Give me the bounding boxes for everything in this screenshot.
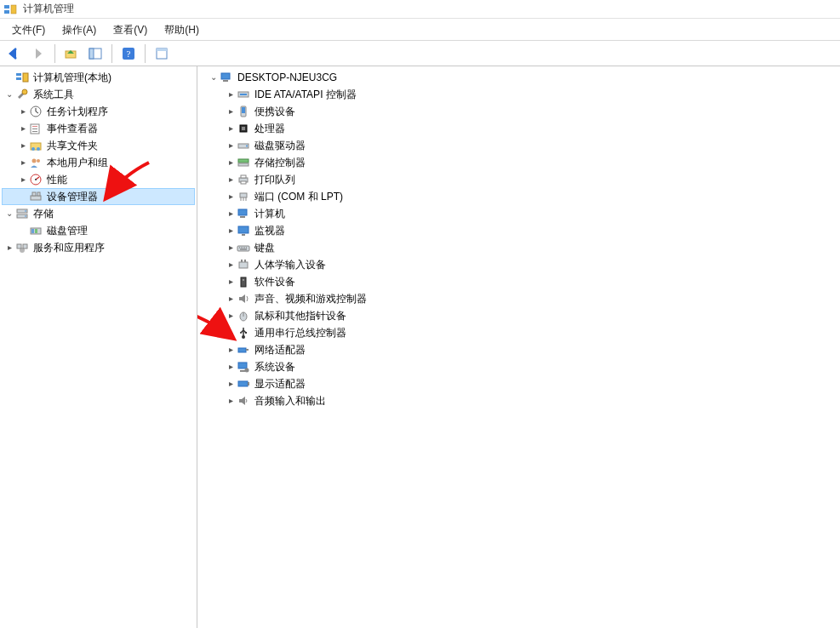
users-icon bbox=[29, 156, 43, 169]
chevron-right-icon[interactable]: ▸ bbox=[225, 242, 237, 254]
device-tree[interactable]: ⌄ DESKTOP-NJEU3CG ▸ IDE ATA/ATAPI 控制器 ▸ … bbox=[197, 66, 840, 412]
chevron-right-icon[interactable]: ▸ bbox=[3, 242, 15, 254]
menu-file[interactable]: 文件(F) bbox=[3, 19, 54, 41]
tree-task-scheduler[interactable]: ▸ 任务计划程序 bbox=[2, 103, 195, 120]
device-display-adapters[interactable]: ▸ 显示适配器 bbox=[206, 375, 838, 392]
chevron-down-icon[interactable]: ⌄ bbox=[3, 208, 15, 220]
chevron-right-icon[interactable]: ▸ bbox=[17, 140, 29, 151]
toolbar-separator bbox=[111, 44, 112, 63]
chevron-down-icon[interactable]: ⌄ bbox=[208, 71, 220, 83]
device-portable-devices[interactable]: ▸ 便携设备 bbox=[206, 103, 838, 120]
svg-rect-56 bbox=[240, 216, 245, 218]
chevron-right-icon[interactable]: ▸ bbox=[17, 157, 29, 168]
device-software-devices[interactable]: ▸ 软件设备 bbox=[206, 273, 838, 290]
chevron-right-icon[interactable]: ▸ bbox=[225, 344, 237, 356]
chevron-right-icon[interactable]: ▸ bbox=[225, 106, 237, 117]
console-tree[interactable]: ▸ 计算机管理(本地) ⌄ 系统工具 ▸ 任务计划程序 ▸ 事件查看器 ▸ bbox=[0, 66, 197, 259]
chevron-right-icon[interactable]: ▸ bbox=[225, 361, 237, 373]
device-hid[interactable]: ▸ 人体学输入设备 bbox=[206, 256, 838, 273]
menu-action[interactable]: 操作(A) bbox=[54, 19, 105, 41]
chevron-right-icon[interactable]: ▸ bbox=[225, 276, 237, 288]
keyboard-icon bbox=[237, 241, 250, 254]
help-icon: ? bbox=[121, 46, 136, 61]
chevron-right-icon[interactable]: ▸ bbox=[225, 157, 237, 168]
chevron-right-icon[interactable]: ▸ bbox=[225, 378, 237, 390]
chevron-right-icon[interactable]: ▸ bbox=[225, 88, 237, 100]
toolbar-back-button[interactable] bbox=[3, 43, 26, 65]
tree-event-viewer[interactable]: ▸ 事件查看器 bbox=[2, 120, 195, 137]
device-disk-drives[interactable]: ▸ 磁盘驱动器 bbox=[206, 137, 838, 154]
tree-system-tools[interactable]: ⌄ 系统工具 bbox=[2, 86, 195, 103]
device-sound-video-game[interactable]: ▸ 声音、视频和游戏控制器 bbox=[206, 290, 838, 307]
svg-rect-5 bbox=[89, 49, 94, 59]
chevron-right-icon[interactable]: ▸ bbox=[225, 395, 237, 407]
device-system-devices[interactable]: ▸ 系统设备 bbox=[206, 358, 838, 375]
svg-point-25 bbox=[35, 179, 37, 180]
monitor-icon bbox=[237, 224, 250, 237]
svg-rect-55 bbox=[238, 209, 247, 215]
tree-storage[interactable]: ⌄ 存储 bbox=[2, 205, 195, 222]
chevron-right-icon[interactable]: ▸ bbox=[17, 174, 29, 186]
svg-point-64 bbox=[243, 279, 244, 281]
svg-point-32 bbox=[25, 215, 26, 217]
chevron-right-icon[interactable]: ▸ bbox=[225, 310, 237, 322]
device-usb-controllers[interactable]: ▸ 通用串行总线控制器 bbox=[206, 324, 838, 341]
chevron-right-icon[interactable]: ▸ bbox=[17, 106, 29, 117]
chevron-right-icon[interactable]: ▸ bbox=[17, 123, 29, 134]
network-adapter-icon bbox=[237, 343, 250, 357]
tree-performance[interactable]: ▸ 性能 bbox=[2, 171, 195, 188]
toolbar-showtree-button[interactable] bbox=[84, 43, 106, 65]
chevron-right-icon[interactable]: ▸ bbox=[225, 174, 237, 186]
device-storage-controllers[interactable]: ▸ 存储控制器 bbox=[206, 154, 838, 171]
device-ports[interactable]: ▸ 端口 (COM 和 LPT) bbox=[206, 188, 838, 205]
svg-rect-59 bbox=[237, 246, 249, 251]
tree-root-computer-management[interactable]: ▸ 计算机管理(本地) bbox=[2, 69, 195, 86]
device-audio-io[interactable]: ▸ 音频输入和输出 bbox=[206, 392, 838, 409]
tree-disk-management[interactable]: ▸ 磁盘管理 bbox=[2, 222, 195, 239]
chevron-right-icon[interactable]: ▸ bbox=[225, 225, 237, 237]
device-processors[interactable]: ▸ 处理器 bbox=[206, 120, 838, 137]
device-root[interactable]: ⌄ DESKTOP-NJEU3CG bbox=[206, 69, 838, 86]
device-keyboards[interactable]: ▸ 键盘 bbox=[206, 239, 838, 256]
device-ide-controllers[interactable]: ▸ IDE ATA/ATAPI 控制器 bbox=[206, 86, 838, 103]
chevron-right-icon[interactable]: ▸ bbox=[225, 293, 237, 305]
device-print-queues[interactable]: ▸ 打印队列 bbox=[206, 171, 838, 188]
svg-point-73 bbox=[245, 368, 249, 373]
svg-rect-69 bbox=[245, 332, 247, 334]
hid-icon bbox=[237, 258, 250, 271]
chevron-right-icon[interactable]: ▸ bbox=[225, 208, 237, 220]
svg-rect-1 bbox=[4, 10, 9, 14]
event-log-icon bbox=[29, 122, 43, 135]
chevron-right-icon[interactable]: ▸ bbox=[225, 123, 237, 134]
svg-rect-37 bbox=[23, 244, 27, 248]
portable-device-icon bbox=[237, 105, 250, 118]
toolbar-separator bbox=[145, 44, 146, 63]
chevron-right-icon[interactable]: ▸ bbox=[225, 140, 237, 151]
wrench-icon bbox=[15, 88, 29, 101]
menu-help[interactable]: 帮助(H) bbox=[156, 19, 208, 41]
svg-rect-57 bbox=[238, 226, 249, 233]
chevron-down-icon[interactable]: ⌄ bbox=[3, 88, 15, 100]
device-network-adapters[interactable]: ▸ 网络适配器 bbox=[206, 341, 838, 358]
tree-device-manager[interactable]: ▸ 设备管理器 bbox=[2, 188, 195, 205]
toolbar-properties-button[interactable] bbox=[151, 43, 173, 65]
menu-view[interactable]: 查看(V) bbox=[105, 19, 156, 41]
chevron-right-icon[interactable]: ▸ bbox=[225, 259, 237, 271]
menubar: 文件(F) 操作(A) 查看(V) 帮助(H) bbox=[0, 19, 840, 41]
toolbar-up-button[interactable] bbox=[60, 43, 83, 65]
svg-point-20 bbox=[31, 147, 35, 151]
tree-shared-folders[interactable]: ▸ 共享文件夹 bbox=[2, 137, 195, 154]
chevron-right-icon[interactable]: ▸ bbox=[225, 327, 237, 339]
tree-services-and-apps[interactable]: ▸ 服务和应用程序 bbox=[2, 239, 195, 256]
device-computer[interactable]: ▸ 计算机 bbox=[206, 205, 838, 222]
storage-controller-icon bbox=[237, 156, 250, 169]
device-mice-pointing[interactable]: ▸ 鼠标和其他指针设备 bbox=[206, 307, 838, 324]
svg-point-23 bbox=[37, 159, 40, 163]
chevron-right-icon[interactable]: ▸ bbox=[225, 191, 237, 203]
svg-rect-18 bbox=[32, 131, 37, 132]
toolbar-forward-button[interactable] bbox=[27, 43, 49, 65]
device-monitors[interactable]: ▸ 监视器 bbox=[206, 222, 838, 239]
tree-local-users-groups[interactable]: ▸ 本地用户和组 bbox=[2, 154, 195, 171]
pane-toggle-icon bbox=[88, 46, 103, 61]
toolbar-help-button[interactable]: ? bbox=[117, 43, 140, 65]
